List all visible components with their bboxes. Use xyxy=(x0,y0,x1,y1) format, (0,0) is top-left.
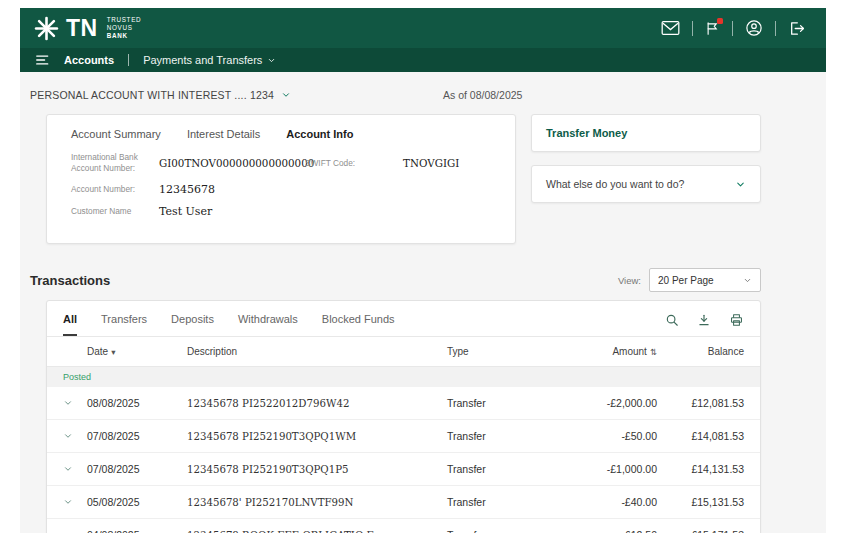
row-expand-chevron-icon[interactable] xyxy=(63,398,87,408)
cell-type: Transfer xyxy=(447,529,559,533)
table-header-row: Date▾ Description Type Amount⇅ Balance xyxy=(47,337,760,367)
table-row[interactable]: 05/08/2025 12345678' PI252170LNVTF99N Tr… xyxy=(47,486,760,519)
cell-type: Transfer xyxy=(447,496,559,508)
swift-code-value: TNOVGIGI xyxy=(403,157,459,169)
cell-balance: £12,081.53 xyxy=(657,397,744,409)
transactions-filter-tabs: All Transfers Deposits Withdrawals Block… xyxy=(63,313,395,336)
top-bar: TN TRUSTED NOVUS BANK xyxy=(20,8,826,48)
column-header-amount[interactable]: Amount⇅ xyxy=(559,346,657,357)
transactions-header: Transactions View: 20 Per Page xyxy=(30,268,761,292)
cell-date: 08/08/2025 xyxy=(87,397,187,409)
cell-description: 12345678 BOOK FEE OBLIGATIO F... xyxy=(187,530,447,533)
filter-tab-all[interactable]: All xyxy=(63,313,77,336)
divider xyxy=(128,54,129,66)
iban-row: International Bank Account Number: GI00T… xyxy=(71,152,491,174)
tab-account-summary[interactable]: Account Summary xyxy=(71,128,161,140)
cell-date: 05/08/2025 xyxy=(87,496,187,508)
account-selector-dropdown[interactable]: PERSONAL ACCOUNT WITH INTEREST .... 1234 xyxy=(30,89,291,101)
brand-text: TN xyxy=(66,15,98,42)
transactions-card: All Transfers Deposits Withdrawals Block… xyxy=(46,300,761,533)
cell-description: 12345678 PI2522012D796W42 xyxy=(187,398,447,409)
account-info-card: Account Summary Interest Details Account… xyxy=(46,114,516,244)
logout-icon[interactable] xyxy=(788,20,806,37)
cell-date: 04/08/2025 xyxy=(87,529,187,533)
chevron-down-icon xyxy=(267,56,276,65)
search-icon[interactable] xyxy=(665,313,679,327)
customer-name-label: Customer Name xyxy=(71,206,159,217)
app-window: TN TRUSTED NOVUS BANK xyxy=(20,8,826,533)
row-expand-chevron-icon[interactable] xyxy=(63,464,87,474)
print-icon[interactable] xyxy=(729,313,744,327)
iban-label: International Bank Account Number: xyxy=(71,152,159,174)
filter-tab-withdrawals[interactable]: Withdrawals xyxy=(238,313,298,336)
sort-both-icon: ⇅ xyxy=(650,347,657,357)
cell-balance: £15,171.53 xyxy=(657,529,744,533)
iban-value: GI00TNOV000000000000000 xyxy=(159,157,297,169)
as-of-date: As of 08/08/2025 xyxy=(443,89,522,101)
menu-icon[interactable] xyxy=(36,54,50,66)
cell-type: Transfer xyxy=(447,463,559,475)
transactions-filter-row: All Transfers Deposits Withdrawals Block… xyxy=(47,301,760,337)
table-row[interactable]: 07/08/2025 12345678 PI252190T3QPQ1P5 Tra… xyxy=(47,453,760,486)
divider xyxy=(775,21,776,36)
swift-code-label: SWIFT Code: xyxy=(305,158,355,168)
view-per-page-group: View: 20 Per Page xyxy=(618,268,761,292)
quick-actions-column: Transfer Money What else do you want to … xyxy=(531,114,761,203)
cell-amount: -£40.00 xyxy=(559,496,657,508)
tab-account-info[interactable]: Account Info xyxy=(286,128,353,140)
customer-name-row: Customer Name Test User xyxy=(71,205,491,218)
per-page-select[interactable]: 20 Per Page xyxy=(649,268,761,292)
download-icon[interactable] xyxy=(697,313,711,327)
transactions-title: Transactions xyxy=(30,273,110,288)
account-cards-row: Account Summary Interest Details Account… xyxy=(46,114,761,244)
brand-tagline: TRUSTED NOVUS BANK xyxy=(107,16,142,41)
table-row[interactable]: 07/08/2025 12345678 PI252190T3QPQ1WM Tra… xyxy=(47,420,760,453)
account-selector-row: PERSONAL ACCOUNT WITH INTEREST .... 1234… xyxy=(30,88,761,102)
view-label: View: xyxy=(618,275,641,286)
sort-desc-icon: ▾ xyxy=(111,347,115,357)
what-else-dropdown[interactable]: What else do you want to do? xyxy=(531,165,761,203)
profile-icon[interactable] xyxy=(745,19,763,37)
cell-type: Transfer xyxy=(447,430,559,442)
main-content: PERSONAL ACCOUNT WITH INTEREST .... 1234… xyxy=(20,72,826,533)
table-row[interactable]: 04/08/2025 12345678 BOOK FEE OBLIGATIO F… xyxy=(47,519,760,533)
divider xyxy=(692,21,693,36)
bank-snowflake-icon xyxy=(34,16,59,41)
cell-amount: -£12.50 xyxy=(559,529,657,533)
nav-item-payments-and-transfers[interactable]: Payments and Transfers xyxy=(143,54,276,66)
chevron-down-icon xyxy=(743,276,752,285)
cell-balance: £14,131.53 xyxy=(657,463,744,475)
mail-icon[interactable] xyxy=(661,20,680,36)
notification-badge xyxy=(717,18,723,24)
brand-logo[interactable]: TN TRUSTED NOVUS BANK xyxy=(34,15,141,42)
cell-type: Transfer xyxy=(447,397,559,409)
cell-date: 07/08/2025 xyxy=(87,463,187,475)
filter-tab-deposits[interactable]: Deposits xyxy=(171,313,214,336)
posted-group-label: Posted xyxy=(47,367,760,387)
account-number-value: 12345678 xyxy=(159,183,215,196)
notifications-icon[interactable] xyxy=(705,20,720,37)
account-card-tabs: Account Summary Interest Details Account… xyxy=(47,115,515,149)
transfer-money-button[interactable]: Transfer Money xyxy=(531,114,761,152)
filter-tab-blocked-funds[interactable]: Blocked Funds xyxy=(322,313,395,336)
table-row[interactable]: 08/08/2025 12345678 PI2522012D796W42 Tra… xyxy=(47,387,760,420)
account-number-row: Account Number: 12345678 xyxy=(71,183,491,196)
cell-amount: -£1,000.00 xyxy=(559,463,657,475)
chevron-down-icon xyxy=(281,90,291,100)
tab-interest-details[interactable]: Interest Details xyxy=(187,128,260,140)
chevron-down-icon xyxy=(735,179,746,190)
column-header-description: Description xyxy=(187,346,447,357)
cell-date: 07/08/2025 xyxy=(87,430,187,442)
column-header-date[interactable]: Date▾ xyxy=(87,346,187,357)
account-number-label: Account Number: xyxy=(71,184,159,195)
cell-amount: -£2,000.00 xyxy=(559,397,657,409)
filter-tab-transfers[interactable]: Transfers xyxy=(101,313,147,336)
nav-item-accounts[interactable]: Accounts xyxy=(64,54,114,66)
cell-amount: -£50.00 xyxy=(559,430,657,442)
cell-balance: £15,131.53 xyxy=(657,496,744,508)
top-actions xyxy=(661,19,806,37)
column-header-type: Type xyxy=(447,346,559,357)
row-expand-chevron-icon[interactable] xyxy=(63,497,87,507)
row-expand-chevron-icon[interactable] xyxy=(63,431,87,441)
customer-name-value: Test User xyxy=(159,205,212,218)
